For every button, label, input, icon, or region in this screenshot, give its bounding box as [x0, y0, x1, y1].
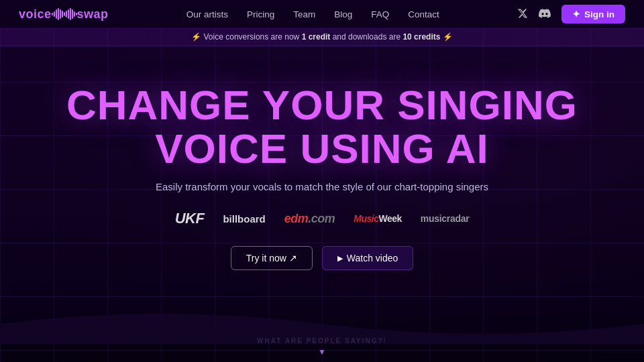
signin-label: Sign in — [584, 9, 614, 19]
media-logo-edm: edm.com — [284, 212, 335, 226]
media-logo-musicweek: MusicWeek — [354, 213, 402, 224]
announcement-text-middle: and downloads are — [333, 32, 403, 42]
nav-links: Our artists Pricing Team Blog FAQ Contac… — [186, 8, 439, 20]
announcement-credit1: 1 credit — [302, 32, 331, 42]
media-logo-ukf: UKF — [175, 210, 205, 227]
watch-video-button[interactable]: ▶ Watch video — [322, 246, 414, 270]
logo-text-before: voice — [19, 7, 52, 21]
navbar: voice swap Our artists Pricing Team Blog… — [0, 0, 644, 28]
media-logos: UKF billboard edm.com MusicWeek musicrad… — [175, 210, 470, 227]
wave-divider — [0, 304, 644, 344]
hero-section: CHANGE YOUR SINGING VOICE USING AI Easil… — [0, 46, 644, 270]
hero-title-line2: VOICE USING AI — [155, 125, 488, 172]
nav-our-artists[interactable]: Our artists — [186, 9, 228, 19]
announcement-prefix: ⚡ — [191, 32, 201, 42]
logo-text-after: swap — [77, 7, 109, 21]
logo[interactable]: voice swap — [19, 7, 109, 21]
media-logo-billboard: billboard — [223, 213, 265, 225]
bottom-section: WHAT ARE PEOPLE SAYING?! ▼ — [0, 304, 644, 362]
media-logo-musicradar: musicradar — [421, 213, 469, 224]
announcement-text-before: Voice conversions are now — [204, 32, 302, 42]
try-now-button[interactable]: Try it now ↗ — [231, 246, 313, 270]
signin-icon: ✦ — [572, 9, 580, 19]
discord-icon[interactable] — [539, 9, 551, 20]
nav-team[interactable]: Team — [293, 9, 315, 19]
hero-title: CHANGE YOUR SINGING VOICE USING AI — [66, 83, 578, 170]
watch-video-label: Watch video — [347, 253, 398, 263]
logo-wave-icon — [52, 8, 77, 20]
nav-blog[interactable]: Blog — [334, 9, 352, 19]
nav-right: ✦ Sign in — [517, 5, 625, 23]
announcement-credit2: 10 credits — [402, 32, 440, 42]
twitter-x-icon[interactable] — [517, 8, 528, 21]
nav-pricing[interactable]: Pricing — [247, 9, 274, 19]
nav-faq[interactable]: FAQ — [371, 9, 389, 19]
scroll-down-arrow[interactable]: ▼ — [318, 347, 326, 357]
hero-subtitle: Easily transform your vocals to match th… — [156, 181, 488, 192]
watch-video-icon: ▶ — [337, 254, 343, 263]
announcement-bar: ⚡ Voice conversions are now 1 credit and… — [0, 28, 644, 46]
nav-contact[interactable]: Contact — [408, 9, 439, 19]
announcement-suffix: ⚡ — [443, 32, 453, 42]
try-now-label: Try it now ↗ — [246, 253, 297, 263]
signin-button[interactable]: ✦ Sign in — [561, 5, 625, 23]
cta-buttons: Try it now ↗ ▶ Watch video — [231, 246, 414, 270]
hero-title-line1: CHANGE YOUR SINGING — [66, 82, 578, 128]
